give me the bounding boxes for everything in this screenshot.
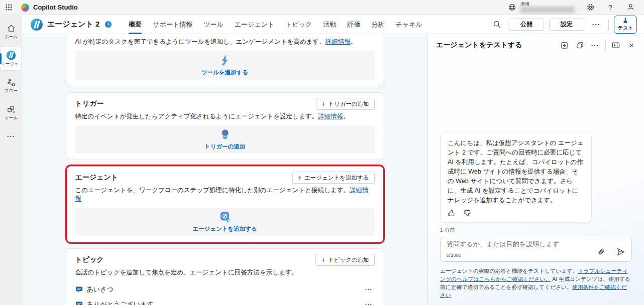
trigger-learn-more-link[interactable]: 詳細情報 — [318, 113, 343, 120]
bot-message-bubble: こんにちは、私は仮想アシスタントの エージェント 2 です。ご質問への回答時に必… — [440, 132, 592, 223]
send-icon — [616, 247, 625, 256]
person-icon — [626, 3, 635, 12]
attach-file-button[interactable] — [596, 246, 607, 257]
thumb-up-icon — [448, 209, 456, 217]
panel-more-button[interactable]: ··· — [590, 40, 601, 51]
header-more-button[interactable]: ··· — [589, 18, 603, 32]
tab-activity[interactable]: 活動 — [318, 15, 342, 34]
sidebar-item-tools[interactable]: ツール — [1, 101, 21, 124]
copilot-studio-logo-icon — [21, 4, 29, 12]
test-panel-header: エージェントをテストする — [428, 34, 644, 56]
more-icon: ··· — [592, 21, 600, 28]
publish-button[interactable]: 公開 — [509, 19, 544, 31]
app-launcher-button[interactable] — [0, 0, 17, 15]
chat-bubble-icon — [75, 301, 83, 305]
header-actions: 公開 設定 ··· テスト — [490, 16, 637, 34]
topics-title: トピック — [75, 255, 104, 264]
chat-input[interactable] — [447, 240, 596, 248]
environment-name-redacted — [520, 7, 575, 13]
home-icon — [7, 24, 16, 33]
sidebar-more-button[interactable]: ··· — [7, 132, 15, 140]
add-agent-link[interactable]: エージェントを追加する — [192, 225, 257, 233]
layers-sparkle-icon — [576, 42, 584, 49]
char-counter: 0/2000 — [447, 252, 461, 258]
trigger-title: トリガー — [75, 99, 104, 108]
settings-button[interactable]: 設定 — [549, 19, 584, 31]
paperclip-icon — [597, 248, 605, 256]
topic-more-button[interactable]: ··· — [363, 301, 375, 305]
environment-picker[interactable]: 環境 — [507, 2, 575, 13]
message-feedback — [448, 209, 584, 218]
tab-support[interactable]: サポート情報 — [147, 15, 198, 34]
settings-gear-button[interactable] — [586, 3, 595, 12]
chat-input-box: 0/2000 — [440, 237, 632, 262]
waffle-icon — [5, 4, 13, 11]
top-bar: Copilot Studio 環境 — [0, 0, 644, 15]
track-between-topics-button[interactable] — [574, 40, 585, 51]
agent-tabs: 概要 サポート情報 ツール エージェント トピック 活動 評価 分析 チャネル — [123, 15, 428, 34]
close-icon: × — [629, 41, 634, 50]
add-topic-button[interactable]: + トピックの追加 — [315, 254, 374, 266]
test-panel-title: エージェントをテストする — [436, 41, 559, 50]
topic-row-thanks[interactable]: ありがとうございます ··· — [75, 297, 375, 305]
thumbs-up-button[interactable] — [448, 209, 457, 218]
trigger-description: 特定のイベントが発生したらアクティブ化されるようにエージェントを設定します。詳細… — [75, 112, 375, 121]
new-session-button[interactable] — [559, 40, 570, 51]
plus-icon: + — [321, 100, 326, 107]
agents-title: エージェント — [75, 173, 119, 182]
tab-overview[interactable]: 概要 — [123, 15, 147, 34]
test-flask-icon — [622, 17, 629, 24]
help-icon: ? — [608, 4, 612, 12]
environment-icon — [507, 3, 516, 12]
agent-avatar-icon — [30, 18, 43, 31]
tab-channels[interactable]: チャネル — [390, 15, 428, 34]
trigger-card: トリガー + トリガーの追加 特定のイベントが発生したらアクティブ化されるように… — [67, 92, 383, 160]
bot-message-text: こんにちは、私は仮想アシスタントの エージェント 2 です。ご質問への回答時に必… — [448, 138, 584, 205]
tab-agents[interactable]: エージェント — [229, 15, 280, 34]
open-pane-icon — [612, 41, 620, 49]
tools-card: AI が特定のタスクを完了できるようにツールを追加し、エンゲージメントを高めます… — [67, 34, 383, 86]
add-tool-link[interactable]: ツールを追加する — [201, 69, 248, 76]
divider — [605, 40, 606, 51]
close-panel-button[interactable]: × — [626, 40, 637, 51]
account-button[interactable] — [626, 3, 635, 12]
sidebar-item-home[interactable]: ホーム — [1, 20, 21, 43]
environment-label: 環境 — [520, 2, 575, 7]
thumbs-down-button[interactable] — [464, 209, 473, 218]
tools-learn-more-link[interactable]: 詳細情報 — [326, 38, 351, 45]
tab-topics[interactable]: トピック — [280, 15, 317, 34]
brand[interactable]: Copilot Studio — [21, 4, 78, 12]
test-disclaimer: エージェントの実際の応答と機能をテストしています。トラブルシューティングのヘルプ… — [428, 262, 644, 305]
tab-evaluation[interactable]: 評価 — [342, 15, 366, 34]
flow-icon — [7, 78, 16, 87]
topbar-right: 環境 ? — [507, 2, 644, 13]
send-message-button[interactable] — [615, 246, 626, 257]
sidebar-item-flows[interactable]: フロー — [1, 74, 21, 97]
topic-more-button[interactable]: ··· — [363, 286, 375, 293]
test-agent-panel: エージェントをテストする — [427, 34, 644, 305]
agent-status-icon — [104, 21, 112, 28]
chat-bubble-icon — [75, 286, 83, 293]
add-trigger-link[interactable]: トリガーの追加 — [204, 143, 246, 150]
test-button[interactable]: テスト — [614, 16, 637, 34]
plus-icon: + — [298, 174, 302, 181]
add-trigger-button[interactable]: + トリガーの追加 — [316, 98, 375, 110]
add-agent-button[interactable]: + エージェントを追加する — [292, 172, 375, 184]
sidebar-item-agents[interactable]: エージェ... — [1, 47, 21, 70]
agent-header-bar: エージェント 2 概要 サポート情報 ツール エージェント トピック 活動 評価… — [22, 15, 644, 34]
open-side-pane-button[interactable] — [610, 40, 621, 51]
tools-icon — [7, 105, 16, 114]
topic-row-greeting[interactable]: あいさつ ··· — [75, 282, 375, 297]
chat-area: こんにちは、私は仮想アシスタントの エージェント 2 です。ご質問への回答時に必… — [428, 56, 644, 237]
trigger-icon — [219, 128, 232, 141]
agent-name: エージェント 2 — [47, 20, 99, 29]
search-icon — [493, 20, 501, 29]
tab-analytics[interactable]: 分析 — [366, 15, 390, 34]
app-title: Copilot Studio — [33, 4, 78, 11]
thumb-down-icon — [464, 209, 472, 217]
help-button[interactable]: ? — [606, 3, 615, 12]
tab-tools[interactable]: ツール — [198, 15, 229, 34]
divider — [611, 247, 611, 257]
search-button[interactable] — [490, 18, 504, 32]
message-timestamp: 1 分前 — [440, 227, 632, 234]
